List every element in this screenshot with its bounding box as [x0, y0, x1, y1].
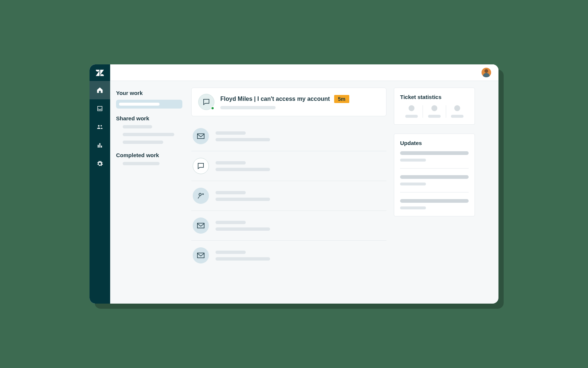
ticket-title: Floyd Miles | I can't access my account — [220, 96, 330, 102]
your-work-heading: Your work — [116, 90, 184, 96]
bar-chart-icon — [97, 142, 103, 149]
stat-label-placeholder — [451, 115, 463, 118]
chat-bubble-icon — [202, 98, 210, 106]
stat-cell[interactable] — [423, 105, 445, 118]
brand-logo[interactable] — [90, 64, 110, 81]
main-area: Your work Shared work Completed work — [110, 64, 498, 304]
app-window: Your work Shared work Completed work — [90, 64, 498, 304]
mail-icon — [197, 133, 205, 139]
stat-cell[interactable] — [400, 105, 423, 118]
chat-bubble-icon — [197, 162, 205, 170]
update-item[interactable] — [400, 151, 469, 169]
ticket-channel-icon-wrap — [193, 247, 209, 263]
ticket-row[interactable] — [191, 181, 386, 211]
work-side-panel: Your work Shared work Completed work — [110, 88, 184, 304]
svg-point-0 — [199, 193, 201, 195]
ticket-row[interactable] — [191, 211, 386, 241]
ticket-row[interactable] — [191, 151, 386, 181]
shared-work-heading: Shared work — [116, 115, 184, 121]
title-separator: | — [252, 96, 257, 102]
ticket-row-body — [216, 221, 270, 231]
ticket-row-body — [216, 191, 270, 201]
ticket-customer: Floyd Miles — [220, 96, 252, 102]
content: Your work Shared work Completed work — [110, 81, 498, 304]
top-bar — [110, 64, 498, 81]
right-column: Ticket statistics Updates — [394, 88, 475, 304]
stats-card-title: Ticket statistics — [400, 94, 469, 100]
ticket-row-body — [216, 131, 270, 141]
highlighted-ticket-card[interactable]: Floyd Miles | I can't access my account … — [191, 88, 386, 116]
ticket-channel-icon-wrap — [193, 158, 209, 174]
ticket-row-body — [216, 251, 270, 261]
stats-row — [400, 105, 469, 118]
shared-work-item[interactable] — [123, 141, 163, 144]
presence-indicator — [211, 106, 214, 110]
nav-admin[interactable] — [90, 155, 110, 173]
highlight-body: Floyd Miles | I can't access my account … — [220, 95, 379, 109]
completed-work-heading: Completed work — [116, 152, 184, 158]
ticket-subject: I can't access my account — [258, 96, 330, 102]
stat-value-placeholder — [454, 105, 460, 111]
shared-work-item[interactable] — [123, 125, 152, 128]
nav-customers[interactable] — [90, 118, 110, 136]
zendesk-logo-icon — [96, 70, 104, 76]
update-item[interactable] — [400, 175, 469, 192]
user-avatar[interactable] — [482, 68, 491, 77]
updates-card: Updates — [394, 134, 475, 216]
home-icon — [96, 86, 104, 94]
tray-icon — [97, 105, 103, 112]
nav-rail — [90, 64, 110, 304]
updates-card-title: Updates — [400, 140, 469, 146]
your-work-active-item[interactable] — [116, 100, 182, 109]
completed-work-item[interactable] — [123, 162, 160, 165]
shared-work-item[interactable] — [123, 133, 174, 136]
ticket-row-body — [216, 161, 270, 171]
nav-views[interactable] — [90, 99, 110, 118]
ticket-statistics-card: Ticket statistics — [394, 88, 475, 125]
people-icon — [96, 124, 104, 130]
gear-icon — [97, 160, 103, 167]
nav-reporting[interactable] — [90, 136, 110, 155]
time-badge: 5m — [334, 95, 349, 103]
ticket-preview-placeholder — [220, 106, 276, 109]
nav-home[interactable] — [90, 81, 110, 99]
stat-label-placeholder — [405, 115, 418, 118]
ticket-channel-icon-wrap — [193, 217, 209, 234]
mail-icon — [197, 222, 205, 229]
stat-label-placeholder — [428, 115, 441, 118]
ticket-row[interactable] — [191, 241, 386, 270]
update-item[interactable] — [400, 199, 469, 209]
stat-cell[interactable] — [446, 105, 469, 118]
ticket-channel-icon-wrap — [193, 188, 209, 204]
ticket-feed: Floyd Miles | I can't access my account … — [191, 88, 386, 304]
stat-value-placeholder — [431, 105, 437, 111]
ticket-row[interactable] — [191, 121, 386, 151]
ticket-channel-icon-wrap — [198, 94, 214, 110]
add-user-icon — [197, 192, 205, 200]
stat-value-placeholder — [409, 105, 414, 111]
ticket-channel-icon-wrap — [193, 128, 209, 144]
mail-icon — [197, 252, 205, 259]
